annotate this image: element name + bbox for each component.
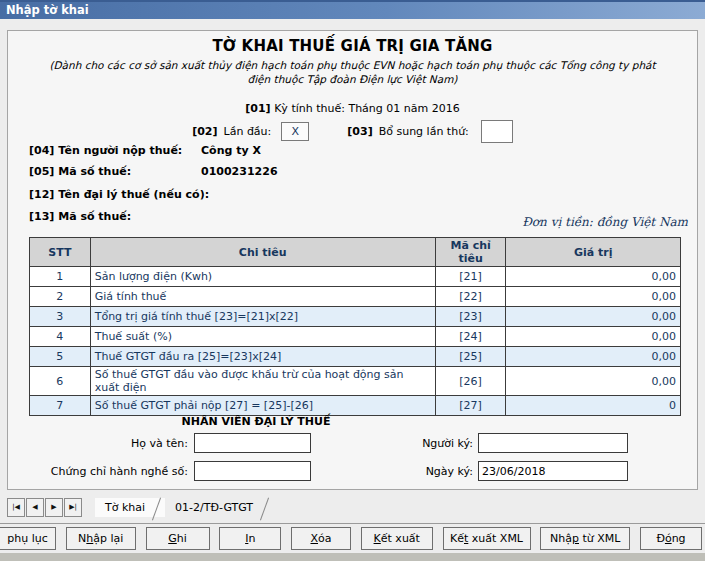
button-label-key: p	[572, 532, 579, 545]
cell-name: Sản lượng điện (Kwh)	[90, 267, 435, 287]
button-label-key: ó	[665, 532, 672, 545]
period-code: [01]	[245, 102, 270, 115]
header-name: Chi tiêu	[90, 238, 435, 267]
cell-value[interactable]: 0,00	[506, 267, 681, 287]
tab-01-2-td-gtgt[interactable]: 01-2/TĐ-GTGT	[165, 498, 273, 517]
currency-note: Đơn vị tiền: đồng Việt Nam	[522, 215, 688, 229]
agent-name-label-text: Tên đại lý thuế (nếu có):	[58, 188, 209, 201]
toolbar-button[interactable]: Kết xuất XML	[443, 527, 531, 550]
prev-sheet-icon[interactable]: ◀	[26, 498, 44, 517]
button-label-post: n	[248, 532, 255, 545]
taxpayer-label-text: Tên người nộp thuế:	[58, 144, 182, 157]
cell-stt: 4	[30, 327, 91, 347]
table-row: 1 Sản lượng điện (Kwh) [21] 0,00	[30, 267, 681, 287]
sign-date-input[interactable]	[478, 461, 628, 481]
signer-input[interactable]	[478, 433, 628, 453]
table-header-row: STT Chi tiêu Mã chỉ tiêu Giá trị	[30, 238, 681, 267]
agent-name-label: [12] Tên đại lý thuế (nếu có):	[29, 188, 209, 201]
cell-code: [23]	[435, 307, 506, 327]
cell-value[interactable]: 0,00	[506, 287, 681, 307]
signer-label: Người ký:	[348, 437, 473, 450]
button-label-key: K	[374, 532, 381, 545]
table-row: 4 Thuế suất (%) [24] 0,00	[30, 327, 681, 347]
toolbar-button[interactable]: Đóng	[640, 527, 702, 550]
first-time-label: Lần đầu:	[224, 125, 272, 138]
toolbar-button[interactable]: Kết xuất	[361, 527, 433, 550]
cell-stt: 2	[30, 287, 91, 307]
period-label: Kỳ tính thuế:	[274, 102, 345, 115]
cell-name: Số thuế GTGT đầu vào được khấu trừ của h…	[90, 367, 435, 396]
cell-name: Giá tính thuế	[90, 287, 435, 307]
table-row: 5 Thuế GTGT đầu ra [25]=[23]x[24] [25] 0…	[30, 347, 681, 367]
table-row: 6 Số thuế GTGT đầu vào được khấu trừ của…	[30, 367, 681, 396]
agent-tax-id-label: [13] Mã số thuế:	[29, 210, 131, 223]
sheet-tabs: Tờ khai 01-2/TĐ-GTGT	[95, 496, 273, 518]
table-row: 7 Số thuế GTGT phải nộp [27] = [25]-[26]…	[30, 396, 681, 416]
button-label-pre: phụ lục	[7, 532, 48, 545]
cell-value[interactable]: 0	[506, 396, 681, 416]
button-label-post: ết xuất	[381, 532, 420, 545]
cell-value[interactable]: 0,00	[506, 367, 681, 396]
toolbar-button[interactable]: Ghi	[146, 527, 210, 550]
cell-code: [26]	[435, 367, 506, 396]
cell-stt: 1	[30, 267, 91, 287]
cell-stt: 6	[30, 367, 91, 396]
sign-date-label: Ngày ký:	[348, 465, 473, 478]
tax-id-value: 0100231226	[201, 165, 278, 178]
tab-to-khai[interactable]: Tờ khai	[95, 498, 165, 517]
button-label-pre: Đ	[656, 532, 665, 545]
tax-period-line: [01] Kỳ tính thuế: Tháng 01 năm 2016	[8, 102, 697, 115]
toolbar-button[interactable]: Nhập lại	[66, 527, 136, 550]
declaration-form-panel: TỜ KHAI THUẾ GIÁ TRỊ GIA TĂNG (Dành cho …	[7, 30, 698, 490]
full-name-input[interactable]	[194, 433, 311, 453]
supplement-label: Bổ sung lần thứ:	[379, 125, 469, 138]
table-row: 2 Giá tính thuế [22] 0,00	[30, 287, 681, 307]
toolbar-button[interactable]: In	[219, 527, 281, 550]
toolbar-button[interactable]: phụ lục	[0, 527, 56, 550]
header-stt: STT	[30, 238, 91, 267]
button-label-pre: Kế	[450, 532, 464, 545]
tax-id-label: [05] Mã số thuế:	[29, 165, 131, 178]
declaration-type-line: [02] Lần đầu: X [03] Bổ sung lần thứ:	[8, 120, 697, 143]
window-title: Nhập tờ khai	[6, 3, 89, 17]
taxpayer-label: [04] Tên người nộp thuế:	[29, 144, 182, 157]
first-sheet-icon[interactable]: |◀	[7, 498, 25, 517]
button-label-post: ập lại	[93, 532, 123, 545]
toolbar-button[interactable]: Nhập từ XML	[540, 527, 630, 550]
table-row: 3 Tổng trị giá tính thuế [23]=[21]x[22] …	[30, 307, 681, 327]
agent-tax-id-code: [13]	[29, 210, 54, 223]
button-label-pre: Nhậ	[550, 532, 572, 545]
next-sheet-icon[interactable]: ▶	[45, 498, 63, 517]
toolbar: phụ lục Nhập lại Ghi In Xóa Kết xuất Kết…	[0, 523, 705, 553]
cell-stt: 5	[30, 347, 91, 367]
first-time-checkbox[interactable]: X	[281, 122, 309, 141]
agent-section-title: NHÂN VIÊN ĐẠI LÝ THUẾ	[106, 415, 406, 428]
button-label-post: xuất XML	[468, 532, 523, 545]
cell-name: Thuế GTGT đầu ra [25]=[23]x[24]	[90, 347, 435, 367]
cell-value[interactable]: 0,00	[506, 327, 681, 347]
declaration-window: Nhập tờ khai TỜ KHAI THUẾ GIÁ TRỊ GIA TĂ…	[0, 0, 705, 561]
cell-code: [25]	[435, 347, 506, 367]
cell-value[interactable]: 0,00	[506, 347, 681, 367]
taxpayer-code: [04]	[29, 144, 54, 157]
cell-code: [21]	[435, 267, 506, 287]
declaration-table: STT Chi tiêu Mã chỉ tiêu Giá trị 1 Sản l…	[29, 237, 681, 416]
supplement-code: [03]	[347, 125, 372, 138]
button-label-post: óa	[318, 532, 331, 545]
button-label-post: từ XML	[579, 532, 620, 545]
toolbar-button[interactable]: Xóa	[291, 527, 351, 550]
cell-value[interactable]: 0,00	[506, 307, 681, 327]
button-label-key: X	[310, 532, 318, 545]
bottom-strip	[0, 553, 705, 561]
sheet-tabstrip: |◀ ◀ ▶ ▶| Tờ khai 01-2/TĐ-GTGT	[7, 495, 698, 519]
cert-no-input[interactable]	[194, 461, 311, 481]
cert-no-label: Chứng chỉ hành nghề số:	[28, 465, 188, 478]
supplement-input[interactable]	[481, 120, 513, 143]
cell-stt: 7	[30, 396, 91, 416]
cell-name: Số thuế GTGT phải nộp [27] = [25]-[26]	[90, 396, 435, 416]
window-titlebar: Nhập tờ khai	[0, 0, 705, 19]
cell-name: Thuế suất (%)	[90, 327, 435, 347]
agent-name-code: [12]	[29, 188, 54, 201]
cell-code: [24]	[435, 327, 506, 347]
last-sheet-icon[interactable]: ▶|	[64, 498, 82, 517]
